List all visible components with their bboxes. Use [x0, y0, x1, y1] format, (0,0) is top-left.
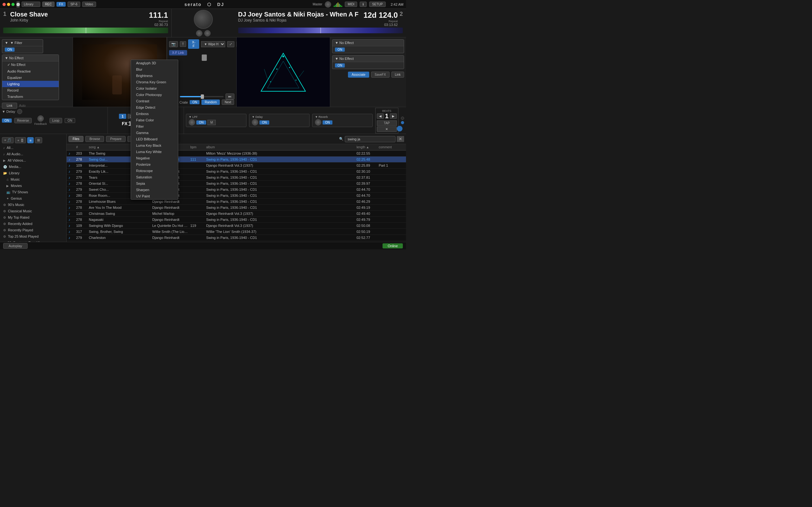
submenu-led-billboard[interactable]: LED Billboard [131, 136, 178, 142]
submenu-contrast[interactable]: Contrast [131, 98, 178, 104]
sidebar-item-library[interactable]: 📂 Library [0, 170, 66, 176]
sidebar-item-classical[interactable]: ⚙ Classical Music [0, 208, 66, 214]
submenu-blur[interactable]: Blur [131, 66, 178, 72]
reverse-button[interactable]: Reverse [14, 118, 32, 123]
submenu-saturation[interactable]: Saturation [131, 174, 178, 180]
add-smart-button[interactable]: + 🎛 [15, 137, 26, 143]
submenu-emboss[interactable]: Emboss [131, 111, 178, 117]
lpf-on-btn[interactable]: ON [196, 120, 206, 124]
next-button[interactable]: Next [222, 100, 234, 105]
table-row[interactable]: ♪ 278 Oriental Sl... Django Reinhardt Sw… [67, 181, 406, 187]
sidebar-item-top25[interactable]: ⚙ Top 25 Most Played [0, 233, 66, 239]
right-effect-1-header[interactable]: ▼ No Effect [333, 40, 404, 46]
wipe-select[interactable]: ▼ Wipe H [201, 41, 225, 47]
sidebar-item-movies[interactable]: ▶ Movies [0, 182, 66, 189]
online-button[interactable]: Online [383, 243, 403, 248]
submenu-filter[interactable]: Filter [131, 123, 178, 130]
right-effect-1-on-btn[interactable]: ON [335, 48, 345, 52]
x-button[interactable]: ✕ [377, 126, 397, 132]
snapshot-button[interactable]: 📷 [169, 41, 178, 47]
effect-lighting[interactable]: Lighting [2, 81, 59, 87]
sidebar-item-90s[interactable]: ⚙ 90's Music [0, 202, 66, 208]
table-row[interactable]: ♪ 279 Sweet Cho... Django Reinhardt Swin… [67, 187, 406, 193]
table-row[interactable]: ♪ 203 The Swing Milton Mezzrow Milton 'M… [67, 151, 406, 157]
submenu-anaglyph[interactable]: Anaglyph 3D [131, 60, 178, 66]
submenu-posterize[interactable]: Posterize [131, 161, 178, 168]
submenu-color-photocopy[interactable]: Color Photocopy [131, 92, 178, 98]
sidebar-item-media[interactable]: 💿 Media... [0, 164, 66, 170]
table-row[interactable]: ♪ 278 Limehouse Blues Django Reinhardt S… [67, 199, 406, 205]
tab-browse[interactable]: Browse [85, 136, 104, 142]
dot-1[interactable] [401, 117, 404, 120]
filter-on-button[interactable]: ON [5, 48, 14, 52]
sidebar-item-recent-played[interactable]: ⚙ Recently Played [0, 227, 66, 233]
library-select[interactable]: Library [21, 2, 40, 7]
reverb-knob[interactable] [315, 119, 321, 125]
vinyl-knob-left[interactable] [194, 10, 213, 29]
search-input[interactable] [345, 136, 396, 142]
sidebar-item-all[interactable]: ♪ All... [0, 145, 66, 151]
effect-audio-reactive[interactable]: Audio Reactive [2, 68, 59, 74]
submenu-uv-paint[interactable]: UV Paint [131, 193, 178, 199]
sidebar-item-tvshows[interactable]: 📺 TV Shows [0, 189, 66, 195]
submenu-luma-black[interactable]: Luma Key Black [131, 142, 178, 149]
sidebar-item-recent-added[interactable]: ⚙ Recently Added [0, 221, 66, 227]
delay-on-button[interactable]: ON [2, 118, 12, 123]
submenu-gamma[interactable]: Gamma [131, 130, 178, 136]
table-row[interactable]: ♪ 109 Swinging With Django Le Quintette … [67, 223, 406, 229]
table-row[interactable]: ♪ 278 Nagasaki Django Reinhardt Swing in… [67, 217, 406, 223]
xf-button[interactable]: X-F [188, 39, 199, 49]
table-row[interactable]: ♪ 109 Interpretat... Eddie South Django … [67, 163, 406, 169]
submenu-chroma[interactable]: Chroma Key Green [131, 79, 178, 85]
media-crate-on[interactable]: ON [190, 100, 200, 104]
xf-link-button[interactable]: X-F Link [169, 50, 187, 55]
rec-button[interactable]: REC [42, 2, 55, 7]
lpf-m-btn[interactable]: M [207, 120, 216, 125]
submenu-false-color[interactable]: False Color [131, 117, 178, 123]
table-row[interactable]: ♪ 110: Christmas Swing Michel Warlop Dja… [67, 211, 406, 217]
submenu-edge-detect[interactable]: Edge Detect [131, 104, 178, 111]
position-slider[interactable] [180, 96, 223, 97]
right-effect-2-on-btn[interactable]: ON [335, 63, 345, 67]
link-button[interactable]: Link [2, 103, 17, 109]
tap-button[interactable]: TAP [377, 120, 397, 126]
position-handle[interactable] [201, 95, 204, 99]
table-row[interactable]: ♪ 317 Swing, Brother, Swing Willie Smith… [67, 229, 406, 235]
submenu-rotoscope[interactable]: Rotoscope [131, 168, 178, 174]
gain-knob-left[interactable] [196, 30, 202, 37]
delay-on2-button[interactable]: ON [65, 118, 75, 123]
delay-unit-on-btn[interactable]: ON [259, 120, 269, 124]
sp6-button[interactable]: SP-6 [67, 2, 80, 7]
sidebar-item-music[interactable]: ♫ Music [0, 176, 66, 182]
submenu-color-isolator[interactable]: Color Isolator [131, 85, 178, 92]
submenu-brightness[interactable]: Brightness [131, 72, 178, 79]
table-row[interactable]: ♪ 280 Rose Room... Django Reinhardt Swin… [67, 193, 406, 199]
table-row[interactable]: ♪ 278 Swing Gui... Django Reinhardt 111 … [67, 157, 406, 163]
gain-knob-right[interactable] [204, 30, 211, 37]
sidebar-item-audio[interactable]: ♪ All Audio... [0, 151, 66, 157]
lpf-knob[interactable] [189, 119, 195, 125]
autoplay-button[interactable]: Autoplay [3, 243, 28, 249]
tab-prepare[interactable]: Prepare [106, 136, 125, 142]
right-effect-2-header[interactable]: ▼ No Effect [333, 55, 404, 62]
sidebar-item-videos[interactable]: ▶ All Videos... [0, 157, 66, 164]
table-row[interactable]: ♪ 278 Are You In The Mood Django Reinhar… [67, 205, 406, 211]
table-row[interactable]: ♪ 279 Ain't Misbehavin' Django Reinhardt… [67, 241, 406, 242]
submenu-sharpen[interactable]: Sharpen [131, 187, 178, 193]
effect-no-effect[interactable]: ✓ No Effect [2, 61, 59, 68]
fx-button[interactable]: FX [56, 2, 66, 7]
tab-files[interactable]: Files [68, 136, 84, 142]
savefx-button[interactable]: SaveFX [371, 72, 390, 78]
table-row[interactable]: ♪ 279 Tears Django Reinhardt Swing in Pa… [67, 175, 406, 181]
table-row[interactable]: ♪ 279 Charleston Django Reinhardt Swing … [67, 235, 406, 241]
link-button-right[interactable]: Link [392, 72, 404, 78]
list-view-button[interactable]: ≡ [27, 137, 34, 143]
add-crate-button[interactable]: + 🎵 [2, 137, 14, 143]
effect-transform[interactable]: Transform [2, 94, 59, 100]
setup-button[interactable]: SETUP [369, 2, 386, 7]
search-clear-button[interactable]: ✕ [397, 136, 404, 142]
reverb-on-btn[interactable]: ON [322, 120, 333, 124]
video-button[interactable]: Video [82, 2, 96, 7]
minimize-traffic-light[interactable] [7, 3, 10, 6]
submenu-negative[interactable]: Negative [131, 155, 178, 161]
